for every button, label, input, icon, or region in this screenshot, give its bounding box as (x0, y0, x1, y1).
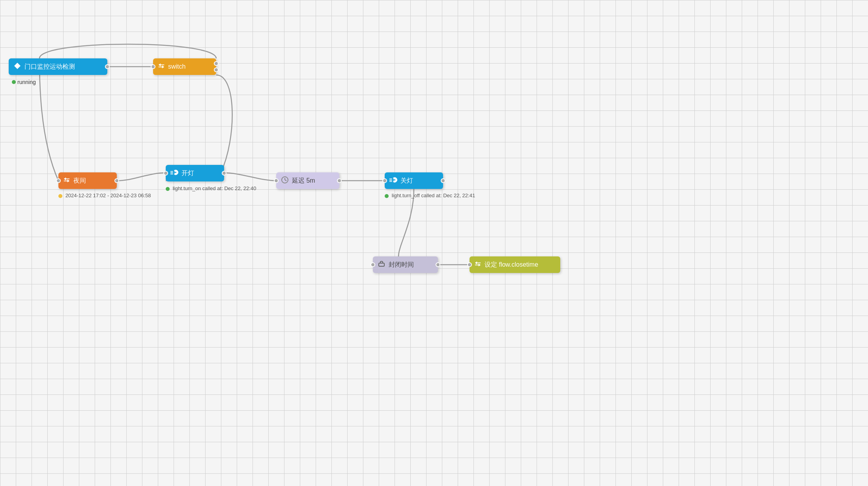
turn-off-icon (389, 177, 397, 185)
delay-output-port[interactable] (337, 178, 342, 183)
delay-input-port[interactable] (274, 178, 279, 183)
turn-on-status: light.turn_on called at: Dec 22, 22:40 (166, 185, 256, 191)
svg-rect-2 (170, 172, 173, 173)
node-delay-label: 延迟 5m (292, 177, 315, 185)
node-close-time-label: 封闭时间 (389, 261, 414, 269)
svg-rect-8 (389, 178, 392, 179)
svg-rect-3 (170, 174, 173, 174)
node-switch-label: switch (168, 63, 185, 70)
turn-off-input-port[interactable] (382, 178, 387, 183)
svg-rect-10 (389, 181, 392, 182)
set-flow-input-port[interactable] (467, 262, 472, 267)
svg-line-7 (285, 180, 286, 181)
switch-output-port-1[interactable] (214, 61, 219, 66)
running-status: running (12, 79, 36, 85)
turn-on-icon (170, 169, 178, 178)
node-switch[interactable]: switch (153, 58, 216, 75)
close-time-output-port[interactable] (436, 262, 440, 267)
close-time-icon (378, 260, 385, 270)
turn-on-output-port[interactable] (222, 171, 226, 176)
night-icon (63, 176, 70, 185)
turn-on-status-label: light.turn_on called at: Dec 22, 22:40 (173, 185, 256, 191)
node-close-time[interactable]: 封闭时间 (373, 256, 438, 273)
node-turn-on[interactable]: 开灯 (166, 165, 224, 181)
svg-point-4 (175, 172, 176, 173)
svg-rect-9 (389, 180, 392, 181)
switch-input-port[interactable] (151, 64, 155, 69)
node-delay[interactable]: 延迟 5m (276, 172, 339, 189)
night-output-port[interactable] (114, 178, 119, 183)
switch-icon (158, 62, 165, 71)
node-set-flow-label: 设定 flow.closetime (485, 261, 538, 269)
node-turn-off[interactable]: 关灯 (385, 172, 443, 189)
night-status: 2024-12-22 17:02 - 2024-12-23 06:58 (58, 193, 151, 198)
svg-point-11 (394, 179, 395, 180)
turn-on-input-port[interactable] (163, 171, 168, 176)
delay-icon (281, 176, 289, 186)
node-turn-on-label: 开灯 (181, 169, 194, 178)
running-dot (12, 80, 16, 84)
node-turn-off-label: 关灯 (400, 177, 413, 185)
svg-rect-1 (170, 171, 173, 172)
night-status-label: 2024-12-22 17:02 - 2024-12-23 06:58 (65, 193, 151, 198)
turn-off-output-port[interactable] (441, 178, 445, 183)
conn-night-turnon (117, 173, 166, 181)
node-monitor-label: 门口监控运动检测 (24, 63, 75, 71)
node-monitor[interactable]: 门口监控运动检测 (9, 58, 107, 75)
close-time-input-port[interactable] (370, 262, 375, 267)
set-flow-icon (474, 260, 481, 269)
turn-off-status-label: light.turn_off called at: Dec 22, 22:41 (392, 193, 475, 198)
turn-on-status-dot (166, 187, 170, 191)
svg-marker-0 (14, 63, 21, 69)
switch-output-port-2[interactable] (214, 67, 219, 72)
conn-turnon-delay (224, 173, 276, 181)
conn-turnoff-closetime (398, 189, 414, 256)
node-night[interactable]: 夜间 (58, 172, 117, 189)
night-input-port[interactable] (56, 178, 61, 183)
running-label: running (17, 79, 36, 85)
node-set-flow[interactable]: 设定 flow.closetime (470, 256, 560, 273)
turn-off-status: light.turn_off called at: Dec 22, 22:41 (385, 193, 475, 198)
svg-rect-12 (379, 263, 384, 266)
node-night-label: 夜间 (73, 177, 86, 185)
monitor-output-port[interactable] (105, 64, 110, 69)
flow-connections (0, 0, 868, 486)
turn-off-status-dot (385, 194, 389, 198)
monitor-icon (13, 62, 21, 72)
night-status-dot (58, 194, 62, 198)
